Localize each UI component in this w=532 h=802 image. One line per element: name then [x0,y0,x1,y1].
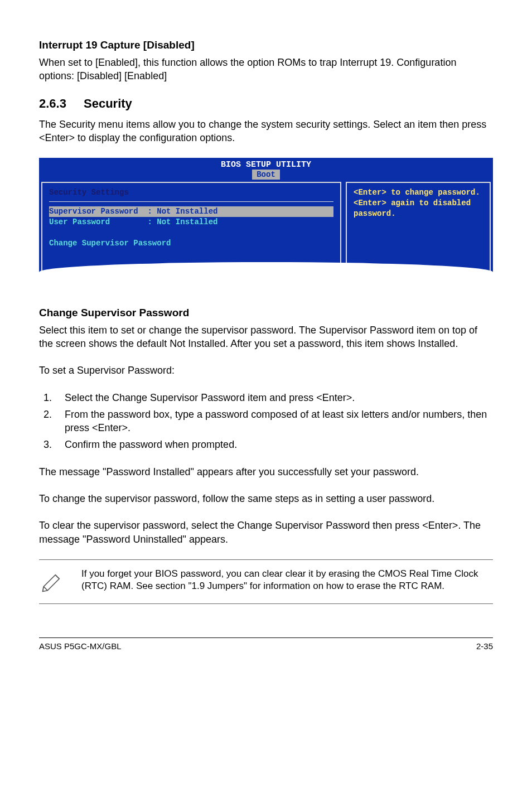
change-pw-p3: The message "Password Installed" appears… [39,465,493,479]
bios-supervisor-row: Supervisor Password : Not Installed [49,206,333,217]
interrupt-heading: Interrupt 19 Capture [Disabled] [39,39,493,51]
footer-model: ASUS P5GC-MX/GBL [39,641,122,651]
change-pw-heading: Change Supervisor Password [39,307,493,319]
bios-user-value: : Not Installed [147,218,217,226]
bios-change-password: Change Supervisor Password [49,238,333,249]
footer-page-number: 2-35 [476,641,493,651]
steps-list: Select the Change Supervisor Password it… [39,391,493,452]
note-text: If you forget your BIOS password, you ca… [81,568,493,596]
bios-title: BIOS SETUP UTILITY [39,160,493,170]
bios-screenshot: BIOS SETUP UTILITY Boot Security Setting… [39,158,493,273]
change-pw-p5: To clear the supervisor password, select… [39,519,493,546]
bios-security-settings: Security Settings [49,188,129,197]
bios-title-bar: BIOS SETUP UTILITY Boot [39,158,493,180]
security-intro: The Security menu items allow you to cha… [39,118,493,145]
bios-user-row: User Password : Not Installed [49,217,333,228]
bios-body: Security Settings Supervisor Password : … [39,180,493,273]
note-pencil-icon [39,568,70,596]
bios-tab-boot: Boot [252,170,280,180]
change-pw-p2: To set a Supervisor Password: [39,364,493,377]
bios-help-pane: <Enter> to change password. <Enter> agai… [346,182,491,270]
section-number: 2.6.3 [39,96,84,111]
section-header: 2.6.3 Security [39,96,493,111]
page-footer: ASUS P5GC-MX/GBL 2-35 [39,637,493,651]
step-3: Confirm the password when prompted. [55,438,493,451]
step-2: From the password box, type a password c… [55,408,493,435]
bios-divider [49,201,333,202]
note-callout: If you forget your BIOS password, you ca… [39,559,493,604]
bios-help-line-1: <Enter> to change password. [354,187,483,198]
change-pw-p4: To change the supervisor password, follo… [39,492,493,505]
change-pw-p1: Select this item to set or change the su… [39,323,493,351]
section-title: Security [84,96,132,111]
bios-help-line-2: <Enter> again to disabled password. [354,198,483,219]
bios-left-pane: Security Settings Supervisor Password : … [41,182,341,270]
bios-supervisor-value: : Not Installed [147,207,217,216]
step-1: Select the Change Supervisor Password it… [55,391,493,404]
bios-user-label: User Password [49,218,110,226]
interrupt-desc: When set to [Enabled], this function all… [39,56,493,83]
bios-supervisor-label: Supervisor Password [49,207,138,216]
